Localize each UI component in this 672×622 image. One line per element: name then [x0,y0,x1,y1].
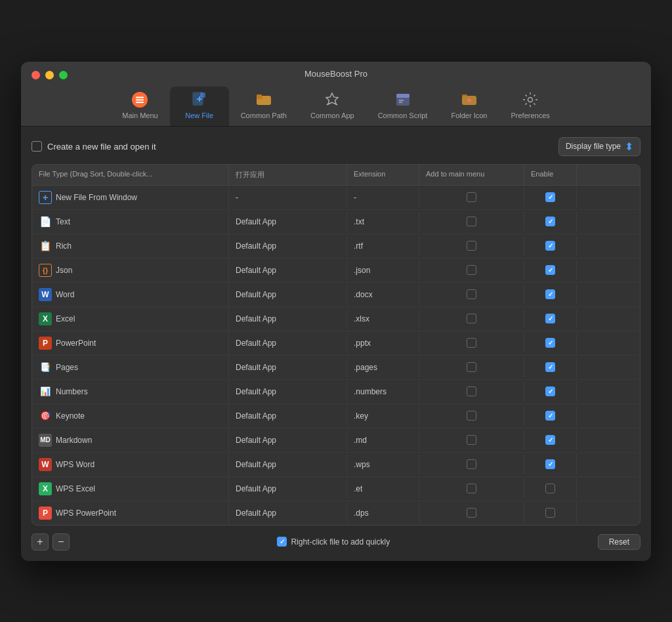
display-file-type-button[interactable]: Display file type ⬍ [558,137,640,156]
content-area: Create a new file and open it Display fi… [21,127,651,561]
tab-preferences-label: Preferences [511,112,549,119]
right-click-checkbox[interactable] [277,537,287,547]
create-new-file-checkbox[interactable] [32,141,42,152]
row-cell-name: X WPS Excel [32,477,229,501]
rich-icon: 📋 [39,239,52,253]
table-row: X Excel Default App .xlsx [32,307,640,331]
tab-new-file[interactable]: New File [170,87,229,126]
word-icon: W [39,288,52,301]
table-row: {} Json Default App .json [32,259,640,283]
add-main-checkbox-11[interactable] [467,459,476,469]
minimize-button[interactable] [45,71,54,79]
add-main-checkbox-1[interactable] [467,217,476,226]
app-window: MouseBoost Pro Main Menu [21,62,651,561]
tab-common-app-label: Common App [310,112,354,119]
add-main-checkbox-7[interactable] [467,362,476,372]
col-header-enable: Enable [524,165,577,185]
chevron-up-down-icon: ⬍ [625,140,633,153]
col-header-addmain: Add to main menu [419,165,524,185]
text-icon: 📄 [39,215,52,228]
close-button[interactable] [32,71,40,79]
new-file-window-icon: + [39,191,52,204]
maximize-button[interactable] [59,71,68,79]
tab-common-app[interactable]: Common App [299,87,366,126]
excel-icon: X [39,312,52,325]
col-header-ext: Extension [347,165,419,185]
row-cell-name: W Word [32,283,229,306]
enable-checkbox-7[interactable] [545,362,555,372]
top-controls-row: Create a new file and open it Display fi… [32,137,640,156]
new-file-icon [190,91,209,109]
col-header-extra [577,165,597,185]
enable-checkbox-3[interactable] [545,265,555,275]
add-main-checkbox-12[interactable] [467,484,476,493]
enable-checkbox-8[interactable] [545,386,555,396]
file-type-table: File Type (Drag Sort, Double-click... 打开… [32,164,640,526]
json-icon: {} [39,264,52,277]
enable-checkbox-6[interactable] [545,338,555,348]
tab-main-menu[interactable]: Main Menu [110,87,169,126]
enable-checkbox-1[interactable] [545,217,555,226]
wps-excel-icon: X [39,482,52,495]
svg-rect-6 [200,93,205,98]
tab-common-path-label: Common Path [241,112,287,119]
enable-checkbox-4[interactable] [545,289,555,299]
remove-row-button[interactable]: − [52,533,70,550]
tab-main-menu-label: Main Menu [122,112,158,119]
enable-checkbox-12[interactable] [545,484,555,493]
tab-folder-icon[interactable]: Folder Icon [439,87,499,126]
enable-checkbox-13[interactable] [545,508,555,518]
tab-preferences[interactable]: Preferences [499,87,561,126]
markdown-icon: MD [39,434,52,447]
row-cell-name: 📄 Text [32,210,229,234]
preferences-icon [521,91,539,109]
row-cell-name: P WPS PowerPoint [32,501,229,525]
create-checkbox-row: Create a new file and open it [32,141,156,152]
enable-checkbox-9[interactable] [545,411,555,421]
create-checkbox-label: Create a new file and open it [47,142,156,152]
reset-button[interactable]: Reset [598,534,640,550]
table-row: W Word Default App .docx [32,283,640,307]
table-row: 📑 Pages Default App .pages [32,356,640,380]
table-row: P WPS PowerPoint Default App .dps [32,501,640,525]
title-bar: MouseBoost Pro Main Menu [21,62,651,127]
add-main-checkbox-9[interactable] [467,411,476,421]
row-cell-name: + New File From Window [32,186,229,209]
col-header-filetype: File Type (Drag Sort, Double-click... [32,165,229,185]
svg-point-16 [528,97,533,102]
svg-rect-0 [136,96,144,98]
enable-checkbox-10[interactable] [545,435,555,445]
enable-checkbox-2[interactable] [545,241,555,251]
add-main-checkbox-4[interactable] [467,289,476,299]
add-main-checkbox-6[interactable] [467,338,476,348]
keynote-icon: 🎯 [39,409,52,423]
common-script-icon [394,91,412,109]
add-main-checkbox-13[interactable] [467,508,476,518]
tab-common-path[interactable]: Common Path [229,87,299,126]
tab-folder-icon-label: Folder Icon [451,112,487,119]
window-title: MouseBoost Pro [32,69,640,79]
enable-checkbox-5[interactable] [545,314,555,323]
row-cell-name: MD Markdown [32,428,229,452]
svg-rect-2 [136,102,144,103]
add-row-button[interactable]: + [32,533,49,550]
numbers-icon: 📊 [39,385,52,398]
enable-checkbox-11[interactable] [545,459,555,469]
add-main-checkbox-2[interactable] [467,241,476,251]
add-main-checkbox-0[interactable] [467,192,476,202]
row-cell-extra [577,192,597,203]
wps-ppt-icon: P [39,507,52,520]
add-main-checkbox-3[interactable] [467,265,476,275]
svg-rect-1 [136,99,144,100]
add-main-checkbox-5[interactable] [467,314,476,323]
tab-common-script[interactable]: Common Script [366,87,440,126]
row-cell-name: W WPS Word [32,453,229,476]
table-row: P PowerPoint Default App .pptx [32,331,640,356]
wps-word-icon: W [39,458,52,471]
table-row: 📄 Text Default App .txt [32,210,640,234]
enable-checkbox-0[interactable] [545,192,555,202]
right-click-option: Right-click file to add quickly [277,537,390,547]
display-file-type-label: Display file type [566,142,621,151]
add-main-checkbox-10[interactable] [467,435,476,445]
add-main-checkbox-8[interactable] [467,386,476,396]
